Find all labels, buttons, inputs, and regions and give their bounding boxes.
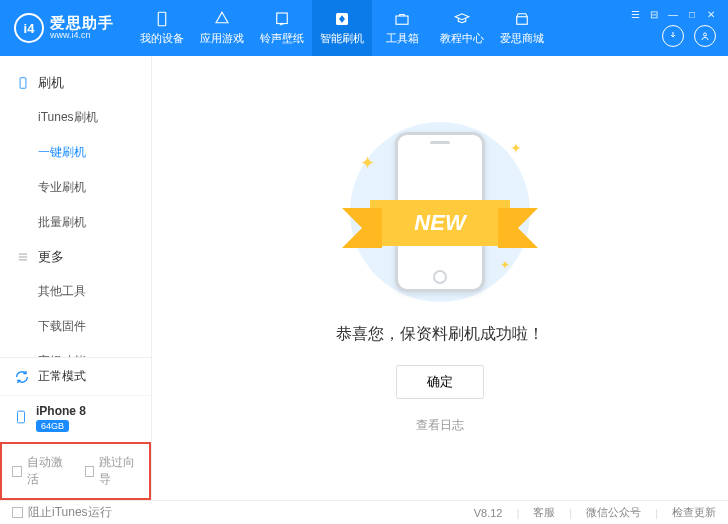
nav-toolbox[interactable]: 工具箱 bbox=[372, 0, 432, 56]
view-log-link[interactable]: 查看日志 bbox=[416, 417, 464, 434]
flash-options-box: 自动激活 跳过向导 bbox=[0, 442, 151, 500]
status-bar: 阻止iTunes运行 V8.12 | 客服 | 微信公众号 | 检查更新 bbox=[0, 500, 728, 524]
svg-rect-1 bbox=[277, 13, 288, 24]
top-nav: 我的设备 应用游戏 铃声壁纸 智能刷机 工具箱 教程中心 爱思商城 bbox=[132, 0, 552, 56]
maximize-icon[interactable]: □ bbox=[687, 9, 697, 19]
svg-rect-7 bbox=[18, 411, 25, 423]
toolbox-icon bbox=[393, 10, 411, 28]
new-ribbon: NEW bbox=[340, 200, 540, 246]
storage-badge: 64GB bbox=[36, 420, 69, 432]
sparkle-icon: ✦ bbox=[510, 140, 522, 156]
menu-icon[interactable]: ☰ bbox=[630, 9, 640, 19]
sidebar-group-more: 更多 bbox=[0, 240, 151, 274]
app-name: 爱思助手 bbox=[50, 15, 114, 32]
checkbox-skip-guide[interactable]: 跳过向导 bbox=[85, 454, 140, 488]
ok-button[interactable]: 确定 bbox=[396, 365, 484, 399]
version-label: V8.12 bbox=[474, 507, 503, 519]
device-phone-icon bbox=[14, 408, 28, 426]
nav-ringtones[interactable]: 铃声壁纸 bbox=[252, 0, 312, 56]
success-message: 恭喜您，保资料刷机成功啦！ bbox=[336, 324, 544, 345]
apps-icon bbox=[213, 10, 231, 28]
checkbox-block-itunes[interactable]: 阻止iTunes运行 bbox=[12, 504, 112, 521]
nav-tutorials[interactable]: 教程中心 bbox=[432, 0, 492, 56]
sidebar-item-itunes-flash[interactable]: iTunes刷机 bbox=[0, 100, 151, 135]
download-button[interactable] bbox=[662, 25, 684, 47]
svg-rect-0 bbox=[158, 12, 166, 26]
list-icon bbox=[16, 250, 30, 264]
refresh-icon bbox=[14, 369, 30, 385]
sidebar-item-pro-flash[interactable]: 专业刷机 bbox=[0, 170, 151, 205]
check-update-link[interactable]: 检查更新 bbox=[672, 505, 716, 520]
checkbox-icon bbox=[12, 466, 22, 477]
app-url: www.i4.cn bbox=[50, 31, 114, 41]
music-icon bbox=[273, 10, 291, 28]
checkbox-auto-activate[interactable]: 自动激活 bbox=[12, 454, 67, 488]
device-info[interactable]: iPhone 8 64GB bbox=[0, 396, 151, 442]
sidebar-item-batch-flash[interactable]: 批量刷机 bbox=[0, 205, 151, 240]
sidebar-item-other-tools[interactable]: 其他工具 bbox=[0, 274, 151, 309]
account-button[interactable] bbox=[694, 25, 716, 47]
lock-icon[interactable]: ⊟ bbox=[649, 9, 659, 19]
store-icon bbox=[513, 10, 531, 28]
device-name: iPhone 8 bbox=[36, 404, 86, 418]
flash-icon bbox=[333, 10, 351, 28]
support-link[interactable]: 客服 bbox=[533, 505, 555, 520]
sidebar-item-download-firmware[interactable]: 下载固件 bbox=[0, 309, 151, 344]
nav-my-device[interactable]: 我的设备 bbox=[132, 0, 192, 56]
checkbox-icon bbox=[85, 466, 95, 477]
sidebar-item-oneclick-flash[interactable]: 一键刷机 bbox=[0, 135, 151, 170]
svg-point-5 bbox=[704, 33, 707, 36]
phone-icon bbox=[153, 10, 171, 28]
svg-rect-3 bbox=[396, 16, 408, 24]
window-controls: ☰ ⊟ — □ ✕ bbox=[630, 9, 716, 19]
sidebar: 刷机 iTunes刷机 一键刷机 专业刷机 批量刷机 更多 其他工具 下载固件 … bbox=[0, 56, 152, 500]
checkbox-icon bbox=[12, 507, 23, 518]
nav-apps[interactable]: 应用游戏 bbox=[192, 0, 252, 56]
main-content: ✦ ✦ ✦ NEW 恭喜您，保资料刷机成功啦！ 确定 查看日志 bbox=[152, 56, 728, 500]
sparkle-icon: ✦ bbox=[360, 152, 375, 174]
svg-rect-6 bbox=[20, 78, 26, 89]
sparkle-icon: ✦ bbox=[500, 258, 510, 272]
sidebar-group-flash: 刷机 bbox=[0, 66, 151, 100]
close-icon[interactable]: ✕ bbox=[706, 9, 716, 19]
app-logo: i4 爱思助手 www.i4.cn bbox=[14, 13, 114, 43]
sidebar-item-advanced[interactable]: 高级功能 bbox=[0, 344, 151, 357]
logo-icon: i4 bbox=[14, 13, 44, 43]
wechat-link[interactable]: 微信公众号 bbox=[586, 505, 641, 520]
app-header: i4 爱思助手 www.i4.cn 我的设备 应用游戏 铃声壁纸 智能刷机 工具… bbox=[0, 0, 728, 56]
minimize-icon[interactable]: — bbox=[668, 9, 678, 19]
device-mode[interactable]: 正常模式 bbox=[0, 358, 151, 396]
graduation-icon bbox=[453, 10, 471, 28]
svg-rect-4 bbox=[517, 17, 528, 25]
success-illustration: ✦ ✦ ✦ NEW bbox=[340, 122, 540, 302]
nav-store[interactable]: 爱思商城 bbox=[492, 0, 552, 56]
nav-flash[interactable]: 智能刷机 bbox=[312, 0, 372, 56]
phone-outline-icon bbox=[16, 76, 30, 90]
